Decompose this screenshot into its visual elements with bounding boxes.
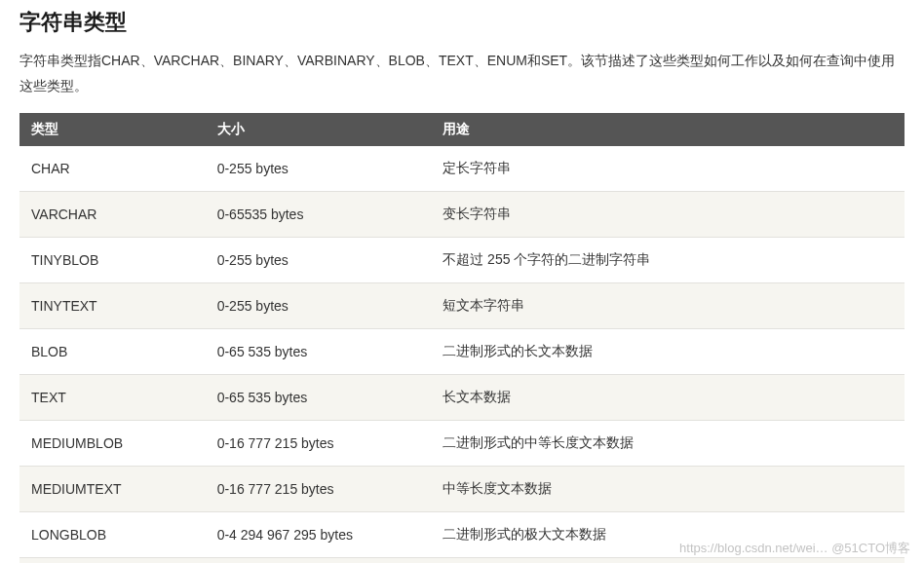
cell-type: TEXT <box>19 374 206 420</box>
cell-usage: 中等长度文本数据 <box>431 466 905 511</box>
table-row: LONGTEXT 0-4 294 967 295 bytes 极大文本数据 <box>19 557 905 563</box>
table-header-row: 类型 大小 用途 <box>19 113 905 146</box>
table-row: MEDIUMBLOB 0-16 777 215 bytes 二进制形式的中等长度… <box>19 420 905 466</box>
header-usage: 用途 <box>431 113 905 146</box>
cell-usage: 二进制形式的中等长度文本数据 <box>431 420 905 466</box>
cell-usage: 变长字符串 <box>431 191 905 237</box>
intro-paragraph: 字符串类型指CHAR、VARCHAR、BINARY、VARBINARY、BLOB… <box>19 49 905 99</box>
table-row: VARCHAR 0-65535 bytes 变长字符串 <box>19 191 905 237</box>
table-row: TINYTEXT 0-255 bytes 短文本字符串 <box>19 282 905 328</box>
table-row: BLOB 0-65 535 bytes 二进制形式的长文本数据 <box>19 328 905 374</box>
cell-type: LONGTEXT <box>19 557 206 563</box>
cell-type: MEDIUMTEXT <box>19 466 206 511</box>
cell-size: 0-65 535 bytes <box>206 328 432 374</box>
cell-size: 0-255 bytes <box>206 237 432 282</box>
table-row: TINYBLOB 0-255 bytes 不超过 255 个字符的二进制字符串 <box>19 237 905 282</box>
cell-usage: 长文本数据 <box>431 374 905 420</box>
cell-size: 0-65535 bytes <box>206 191 432 237</box>
table-row: CHAR 0-255 bytes 定长字符串 <box>19 146 905 192</box>
cell-size: 0-4 294 967 295 bytes <box>206 511 432 557</box>
cell-size: 0-255 bytes <box>206 146 432 192</box>
cell-size: 0-255 bytes <box>206 282 432 328</box>
string-types-table: 类型 大小 用途 CHAR 0-255 bytes 定长字符串 VARCHAR … <box>19 113 905 563</box>
section-heading: 字符串类型 <box>19 8 905 37</box>
cell-size: 0-16 777 215 bytes <box>206 420 432 466</box>
cell-size: 0-4 294 967 295 bytes <box>206 557 432 563</box>
table-row: TEXT 0-65 535 bytes 长文本数据 <box>19 374 905 420</box>
header-type: 类型 <box>19 113 206 146</box>
cell-type: CHAR <box>19 146 206 192</box>
cell-type: VARCHAR <box>19 191 206 237</box>
article-content: 字符串类型 字符串类型指CHAR、VARCHAR、BINARY、VARBINAR… <box>0 0 924 563</box>
table-row: LONGBLOB 0-4 294 967 295 bytes 二进制形式的极大文… <box>19 511 905 557</box>
cell-usage: 不超过 255 个字符的二进制字符串 <box>431 237 905 282</box>
cell-type: LONGBLOB <box>19 511 206 557</box>
cell-usage: 短文本字符串 <box>431 282 905 328</box>
cell-size: 0-16 777 215 bytes <box>206 466 432 511</box>
cell-usage: 二进制形式的极大文本数据 <box>431 511 905 557</box>
cell-type: MEDIUMBLOB <box>19 420 206 466</box>
cell-size: 0-65 535 bytes <box>206 374 432 420</box>
cell-type: TINYTEXT <box>19 282 206 328</box>
cell-usage: 二进制形式的长文本数据 <box>431 328 905 374</box>
cell-usage: 定长字符串 <box>431 146 905 192</box>
cell-type: BLOB <box>19 328 206 374</box>
cell-usage: 极大文本数据 <box>431 557 905 563</box>
cell-type: TINYBLOB <box>19 237 206 282</box>
header-size: 大小 <box>206 113 432 146</box>
table-row: MEDIUMTEXT 0-16 777 215 bytes 中等长度文本数据 <box>19 466 905 511</box>
